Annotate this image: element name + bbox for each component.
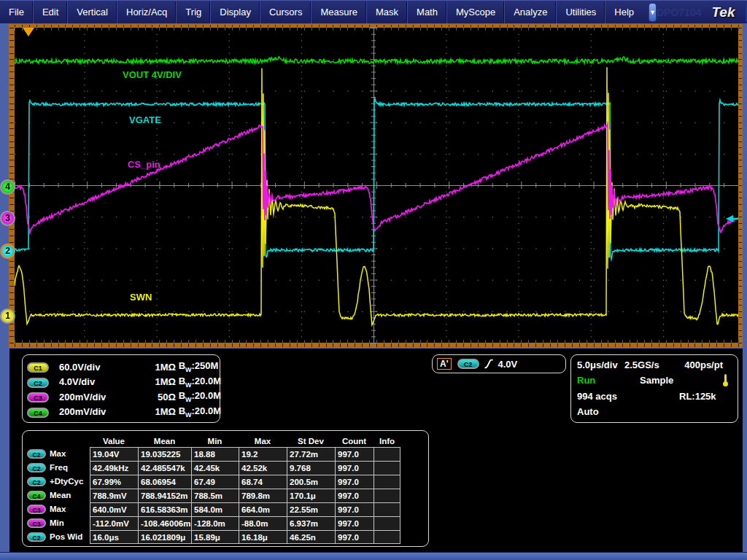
- menu-mask[interactable]: Mask: [366, 1, 407, 23]
- meas-cell: 788.5m: [191, 489, 239, 502]
- meas-cell: 67.99%: [90, 475, 138, 489]
- channel4-bandwidth: BW:20.0M: [176, 405, 217, 419]
- menu-horiz-acq[interactable]: Horiz/Acq: [117, 1, 176, 23]
- meas-row-label: C4Mean: [26, 489, 90, 502]
- measurement-table: Value Mean Min Max St Dev Count Info C2M…: [26, 433, 400, 544]
- channel2-bandwidth: BW:20.0M: [176, 376, 217, 389]
- thermometer-icon: [722, 374, 729, 387]
- timebase-scale: 5.0μs/div: [577, 359, 618, 370]
- trace-label-cs_pin: CS_pin: [128, 159, 160, 170]
- trigger-sequence-label: A': [437, 358, 452, 370]
- channel1-badge[interactable]: C1: [27, 362, 49, 373]
- meas-cell: -108.46006m: [138, 516, 191, 530]
- channel2-scale: 4.0V/div: [59, 376, 145, 387]
- meas-cell: 68.74: [239, 475, 287, 489]
- meas-cell: 584.0m: [191, 502, 239, 516]
- menu-trig[interactable]: Trig: [176, 1, 210, 23]
- meas-cell: 22.55m: [287, 502, 335, 516]
- readout-area: C1 60.0V/div 1MΩ BW:250M C2 4.0V/div 1MΩ…: [0, 349, 747, 552]
- meas-cell: 200.5m: [287, 475, 335, 489]
- channel1-impedance: 1MΩ: [145, 362, 176, 373]
- meas-cell: 42.485547k: [138, 461, 191, 475]
- menu-dropdown-button[interactable]: ▼: [649, 3, 657, 22]
- meas-cell: -88.0m: [239, 516, 287, 530]
- menu-analyze[interactable]: Analyze: [504, 1, 556, 23]
- channel2-badge[interactable]: C2: [27, 378, 49, 388]
- meas-cell: 789.8m: [239, 489, 287, 502]
- meas-cell: 16.021809μ: [138, 530, 191, 544]
- trigger-readout-panel[interactable]: A' C2 4.0V: [432, 354, 566, 373]
- chevron-down-icon: ▼: [649, 9, 656, 16]
- meas-cell: 16.18μ: [239, 530, 287, 544]
- menu-bar: File Edit Vertical Horiz/Acq Trig Displa…: [0, 0, 747, 23]
- meas-cell: [374, 516, 400, 530]
- trace-label-swn: SWN: [130, 292, 152, 303]
- channel3-ground-marker[interactable]: 3: [0, 211, 15, 226]
- menu-vertical[interactable]: Vertical: [67, 1, 117, 23]
- menu-measure[interactable]: Measure: [311, 1, 366, 23]
- channel3-bandwidth: BW:20.0M: [176, 390, 217, 403]
- sample-resolution: 400ps/pt: [684, 359, 723, 370]
- meas-cell: [374, 461, 400, 475]
- meas-cell: 616.58363m: [138, 502, 191, 516]
- meas-cell: [374, 502, 400, 516]
- meas-cell: 997.0: [335, 530, 374, 544]
- measurement-table-panel: Value Mean Min Max St Dev Count Info C2M…: [22, 430, 429, 547]
- meas-cell: 997.0: [335, 516, 374, 530]
- channel4-impedance: 1MΩ: [145, 406, 176, 417]
- meas-row-label: C2Max: [26, 447, 90, 461]
- meas-row-label: C2Freq: [26, 461, 90, 475]
- menu-utilities[interactable]: Utilities: [556, 1, 605, 23]
- trigger-source-badge: C2: [457, 359, 479, 369]
- meas-cell: 42.45k: [191, 461, 239, 475]
- menu-file[interactable]: File: [0, 1, 33, 23]
- meas-cell: 18.88: [191, 447, 239, 461]
- model-label: DPO7104: [657, 1, 701, 23]
- channel3-impedance: 50Ω: [145, 392, 176, 402]
- channel2-ground-marker[interactable]: 2: [0, 244, 15, 259]
- channel1-scale: 60.0V/div: [59, 362, 145, 373]
- left-margin: [0, 349, 9, 552]
- channel1-ground-marker[interactable]: 1: [0, 308, 15, 324]
- right-margin: [743, 349, 747, 552]
- trace-label-vout: VOUT 4V/DIV: [123, 69, 182, 80]
- meas-cell: 67.49: [191, 475, 239, 489]
- channel1-bandwidth: BW:250M: [176, 360, 217, 373]
- meas-row-label: C3Min: [26, 516, 90, 530]
- menu-display[interactable]: Display: [210, 1, 260, 23]
- channel3-badge[interactable]: C3: [27, 392, 49, 402]
- taskbar[interactable]: [0, 552, 747, 560]
- tek-logo: Tek: [711, 1, 735, 23]
- meas-cell: 16.0μs: [90, 530, 138, 544]
- meas-cell: 997.0: [335, 447, 374, 461]
- waveform-graticule[interactable]: [9, 24, 743, 348]
- meas-cell: [374, 447, 400, 461]
- channel3-scale: 200mV/div: [59, 392, 145, 402]
- channel4-scale: 200mV/div: [59, 406, 145, 417]
- meas-cell: 68.06954: [138, 475, 191, 489]
- meas-cell: [374, 475, 400, 489]
- meas-cell: 27.72m: [287, 447, 335, 461]
- menu-math[interactable]: Math: [407, 1, 446, 23]
- oscilloscope-app: File Edit Vertical Horiz/Acq Trig Displa…: [0, 0, 747, 560]
- trace-label-vgate: VGATE: [129, 114, 161, 125]
- acquisition-count: 994 acqs: [577, 391, 617, 402]
- channel-settings-panel: C1 60.0V/div 1MΩ BW:250M C2 4.0V/div 1MΩ…: [22, 354, 220, 423]
- menu-myscope[interactable]: MyScope: [446, 1, 504, 23]
- meas-row-label: C3Max: [26, 502, 90, 516]
- channel4-ground-marker[interactable]: 4: [0, 179, 15, 195]
- acquisition-mode: Sample: [640, 375, 673, 386]
- channel4-badge[interactable]: C4: [27, 408, 49, 418]
- meas-row-label: C2Pos Wid: [26, 530, 90, 544]
- meas-cell: 42.49kHz: [90, 461, 138, 475]
- sample-rate: 2.5GS/s: [624, 359, 659, 370]
- menu-cursors[interactable]: Cursors: [260, 1, 311, 23]
- channel2-impedance: 1MΩ: [145, 376, 176, 387]
- menu-help[interactable]: Help: [605, 1, 643, 23]
- meas-cell: 997.0: [335, 475, 374, 489]
- minimize-button[interactable]: [746, 3, 747, 22]
- meas-cell: 19.035225: [138, 447, 191, 461]
- meas-cell: 6.937m: [287, 516, 335, 530]
- meas-cell: 788.94152m: [138, 489, 191, 502]
- menu-edit[interactable]: Edit: [33, 1, 67, 23]
